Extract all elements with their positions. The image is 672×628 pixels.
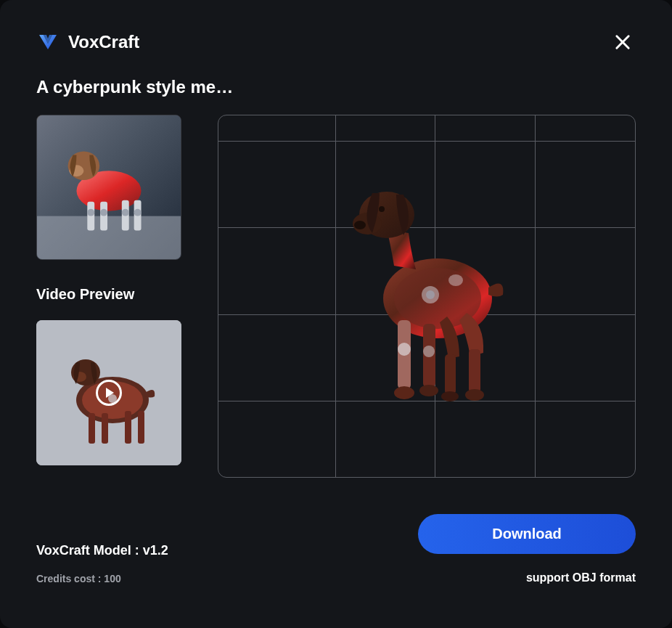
play-icon	[96, 380, 122, 406]
svg-rect-18	[89, 413, 95, 444]
footer-info: VoxCraft Model : v1.2 Credits cost : 100	[36, 543, 168, 584]
3d-model-render	[325, 157, 528, 447]
svg-point-28	[379, 206, 385, 212]
svg-rect-20	[125, 411, 131, 444]
svg-point-39	[441, 391, 459, 401]
svg-rect-19	[102, 413, 108, 444]
source-image-thumbnail[interactable]	[36, 115, 181, 260]
prompt-title: A cyberpunk style mechanic…	[36, 77, 239, 97]
svg-point-41	[426, 290, 435, 299]
svg-rect-21	[138, 411, 144, 444]
credits-cost-label: Credits cost : 100	[36, 573, 168, 584]
modal-footer: VoxCraft Model : v1.2 Credits cost : 100…	[36, 514, 636, 584]
content-area: Video Preview	[36, 115, 636, 478]
svg-point-10	[100, 209, 107, 216]
video-preview-thumbnail[interactable]	[36, 320, 181, 465]
svg-point-34	[423, 346, 435, 357]
download-button[interactable]: Download	[418, 514, 636, 554]
svg-point-37	[465, 389, 484, 401]
close-icon	[612, 32, 633, 52]
svg-point-12	[134, 209, 142, 216]
svg-point-32	[394, 386, 414, 399]
logo-section: VoxCraft	[36, 30, 139, 54]
model-version-label: VoxCraft Model : v1.2	[36, 543, 168, 558]
svg-point-27	[354, 221, 366, 229]
format-support-label: support OBJ format	[526, 571, 636, 584]
svg-rect-38	[445, 354, 456, 394]
modal-header: VoxCraft	[36, 29, 636, 55]
voxcraft-logo-icon	[36, 30, 60, 54]
close-button[interactable]	[610, 29, 636, 55]
video-preview-label: Video Preview	[36, 286, 181, 303]
footer-actions: Download support OBJ format	[418, 514, 636, 584]
svg-point-11	[122, 209, 129, 216]
svg-rect-1	[37, 216, 181, 259]
app-name: VoxCraft	[68, 32, 139, 52]
3d-preview-viewport[interactable]	[218, 115, 636, 478]
svg-point-35	[419, 385, 438, 396]
generation-modal: VoxCraft A cyberpunk style mechanic…	[0, 0, 672, 628]
svg-rect-36	[469, 349, 480, 393]
svg-point-42	[448, 274, 463, 286]
left-panel: Video Preview	[36, 115, 181, 478]
svg-point-31	[398, 343, 411, 356]
svg-point-9	[87, 209, 94, 216]
